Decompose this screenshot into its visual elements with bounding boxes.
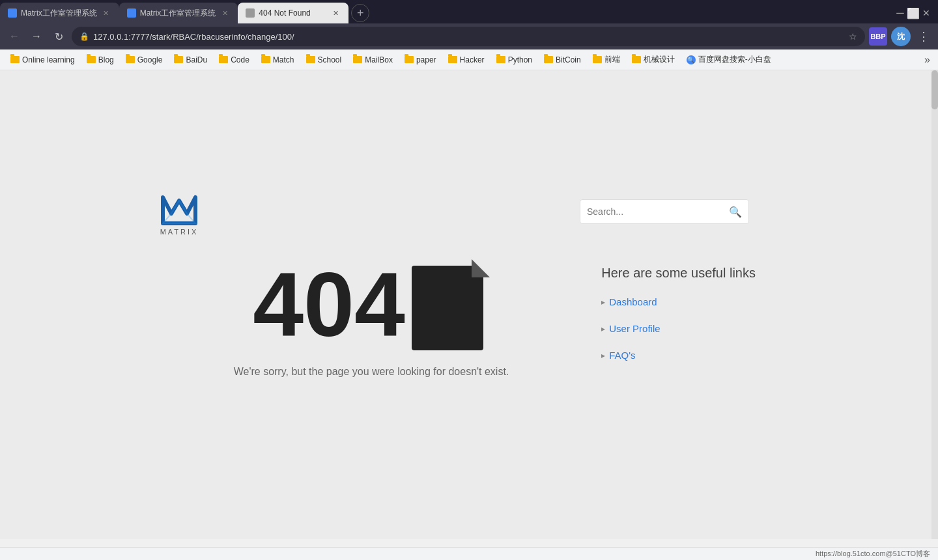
error-code-text: 404: [253, 259, 405, 350]
tab-close-2[interactable]: ✕: [220, 8, 230, 18]
error-display: 404: [253, 259, 490, 350]
tab-1[interactable]: Matrix工作室管理系统 ✕: [0, 3, 119, 23]
bookmark-label: Hacker: [460, 55, 485, 64]
bookmark-label: 机械设计: [644, 54, 675, 65]
url-bar[interactable]: 🔒 127.0.0.1:7777/stark/RBAC/rbacuserinfo…: [72, 27, 865, 46]
bookmark-paper[interactable]: paper: [399, 53, 442, 66]
tab-title-2: Matrix工作室管理系统: [140, 8, 216, 19]
close-button[interactable]: ✕: [922, 9, 930, 17]
reload-button[interactable]: ↻: [50, 27, 68, 46]
bookmark-label: Online learning: [22, 55, 75, 64]
tab-2[interactable]: Matrix工作室管理系统 ✕: [119, 3, 238, 23]
url-text: 127.0.0.1:7777/stark/RBAC/rbacuserinfo/c…: [93, 32, 845, 42]
tab-favicon-3: [246, 8, 255, 18]
bookmark-label: Match: [273, 55, 294, 64]
dashboard-link[interactable]: Dashboard: [609, 296, 657, 307]
bookmark-blog[interactable]: Blog: [81, 53, 119, 66]
bookmark-search-baidu[interactable]: 🔍 百度网盘搜索-小白盘: [681, 52, 776, 67]
folder-icon: [632, 56, 641, 63]
extension-button[interactable]: BBP: [869, 27, 887, 46]
window-controls: ─ ⬜ ✕: [896, 9, 938, 17]
search-area: 🔍: [580, 199, 749, 224]
tab-title-3: 404 Not Found: [259, 8, 326, 18]
forward-button[interactable]: →: [27, 27, 46, 46]
matrix-label: MATRIX: [160, 228, 199, 236]
bookmark-star-icon[interactable]: ☆: [849, 31, 857, 42]
search-circle-icon: 🔍: [687, 55, 696, 64]
bookmark-label: MailBox: [365, 55, 393, 64]
error-message: We're sorry, but the page you were looki…: [234, 366, 509, 378]
folder-icon: [353, 56, 362, 63]
folder-icon: [87, 56, 96, 63]
search-button[interactable]: 🔍: [729, 206, 742, 218]
scrollbar[interactable]: [931, 70, 938, 539]
bookmark-label: Code: [231, 55, 249, 64]
profile-button[interactable]: 沈: [891, 27, 911, 46]
faqs-link-item: ▸ FAQ's: [601, 350, 756, 361]
bookmark-label: BitCoin: [556, 55, 581, 64]
folder-icon: [306, 56, 315, 63]
bookmark-label: Blog: [98, 55, 114, 64]
bookmark-code[interactable]: Code: [214, 53, 255, 66]
file-corner: [472, 259, 490, 277]
useful-links-title: Here are some useful links: [601, 266, 756, 281]
bookmark-qianduan[interactable]: 前端: [588, 52, 625, 67]
matrix-logo[interactable]: [160, 194, 199, 227]
user-profile-link[interactable]: User Profile: [609, 323, 660, 334]
file-body: [412, 266, 483, 350]
address-bar: ← → ↻ 🔒 127.0.0.1:7777/stark/RBAC/rbacus…: [0, 23, 938, 49]
tab-favicon-1: [8, 8, 17, 18]
new-tab-button[interactable]: +: [351, 4, 369, 22]
bookmark-jixie[interactable]: 机械设计: [627, 52, 680, 67]
folder-icon: [261, 56, 270, 63]
error-file-icon: [412, 259, 490, 350]
bookmark-label: paper: [416, 55, 436, 64]
browser-chrome: Matrix工作室管理系统 ✕ Matrix工作室管理系统 ✕ 404 Not …: [0, 0, 938, 70]
bookmark-bitcoin[interactable]: BitCoin: [539, 53, 586, 66]
arrow-icon: ▸: [601, 351, 605, 360]
logo-area: MATRIX: [160, 194, 199, 236]
lock-icon: 🔒: [79, 32, 89, 41]
bookmark-google[interactable]: Google: [121, 53, 168, 66]
folder-icon: [126, 56, 135, 63]
bookmark-match[interactable]: Match: [256, 53, 300, 66]
bookmark-search-label: 百度网盘搜索-小白盘: [698, 54, 771, 65]
bookmark-hacker[interactable]: Hacker: [443, 53, 490, 66]
folder-icon: [544, 56, 553, 63]
bookmark-label: Google: [137, 55, 163, 64]
tab-3[interactable]: 404 Not Found ✕: [238, 3, 348, 23]
folder-icon: [174, 56, 183, 63]
bookmark-mailbox[interactable]: MailBox: [348, 53, 398, 66]
tab-title-1: Matrix工作室管理系统: [21, 8, 97, 19]
user-profile-link-item: ▸ User Profile: [601, 323, 756, 334]
page-content: MATRIX 🔍 404 We're sorry, but the page y…: [0, 70, 938, 539]
folder-icon: [593, 56, 602, 63]
useful-links-section: Here are some useful links ▸ Dashboard ▸…: [601, 266, 756, 376]
bookmark-label: BaiDu: [186, 55, 207, 64]
error-section: 404 We're sorry, but the page you were l…: [130, 259, 612, 378]
tab-close-3[interactable]: ✕: [330, 8, 341, 18]
search-input[interactable]: [587, 206, 729, 217]
bookmark-label: 前端: [604, 54, 620, 65]
folder-icon: [496, 56, 505, 63]
bookmark-baidu[interactable]: BaiDu: [169, 53, 212, 66]
dashboard-link-item: ▸ Dashboard: [601, 296, 756, 307]
back-button[interactable]: ←: [5, 27, 23, 46]
bookmark-python[interactable]: Python: [491, 53, 537, 66]
folder-icon: [448, 56, 457, 63]
scrollbar-thumb[interactable]: [931, 70, 938, 109]
bookmark-label: School: [318, 55, 342, 64]
minimize-button[interactable]: ─: [896, 9, 904, 17]
bookmark-school[interactable]: School: [301, 53, 347, 66]
folder-icon: [219, 56, 228, 63]
tab-close-1[interactable]: ✕: [101, 8, 111, 18]
restore-button[interactable]: ⬜: [909, 9, 917, 17]
folder-icon: [10, 56, 20, 63]
search-wrapper: 🔍: [580, 199, 749, 224]
bookmark-label: Python: [508, 55, 532, 64]
bookmark-online-learning[interactable]: Online learning: [5, 53, 80, 66]
faqs-link[interactable]: FAQ's: [609, 350, 635, 361]
tab-favicon-2: [127, 8, 136, 18]
menu-button[interactable]: ⋮: [915, 27, 933, 46]
more-bookmarks-button[interactable]: »: [922, 53, 933, 67]
